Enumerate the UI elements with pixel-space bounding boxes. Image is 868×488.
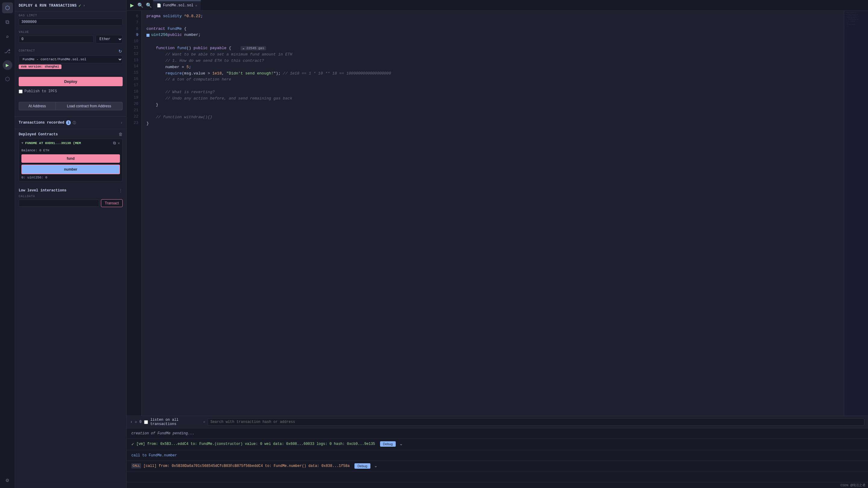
low-level-title: Low level interactions [19, 188, 66, 193]
close-instance-icon[interactable]: ✕ [118, 141, 120, 146]
file-tab-icon: 📄 [157, 3, 161, 8]
publish-ipfs-checkbox[interactable] [19, 90, 23, 93]
console-search-icon: ⌕ [203, 420, 205, 424]
line-num-15: 15 [127, 70, 141, 76]
code-editor[interactable]: pragma solidity ^0.8.22; contract FundMe… [142, 11, 844, 416]
line-num-8: 8 [127, 26, 141, 32]
line-num-7: 7 [127, 20, 141, 26]
file-tab-name: FundMe.sol.sol [163, 3, 193, 7]
transactions-info-icon[interactable]: ⓘ [73, 121, 76, 125]
close-tab-icon[interactable]: ✕ [195, 4, 197, 7]
call-detail-text: [call] from: 0x5B38Da6a701c568545dCfcB03… [144, 463, 350, 469]
line-num-19: 19 [127, 95, 141, 101]
low-level-interactions-section: Low level interactions ⋮ CALLDATA Transa… [15, 186, 126, 210]
deploy-button[interactable]: Deploy [19, 77, 123, 86]
contract-instance-header: ▼ FUNDME AT 0XD91...39138 (MEM ⧉ ✕ [19, 139, 122, 147]
settings-icon[interactable]: ⚙ [2, 475, 13, 486]
zoom-in-button[interactable]: 🔍 [136, 1, 145, 10]
line-num-22: 22 [127, 114, 141, 120]
clear-contracts-icon[interactable]: 🗑 [119, 132, 123, 137]
debug-button-1[interactable]: Debug [380, 441, 396, 447]
console-stop-icon[interactable]: ⊘ [135, 420, 137, 424]
line-numbers: 6 7 8 9 10 11 12 13 14 15 16 17 18 19 20… [127, 11, 142, 416]
files-icon[interactable]: ⧉ [2, 17, 13, 28]
console-search-input[interactable] [208, 418, 864, 426]
activity-bar: ⬡ ⧉ ⌕ ⎇ ▶ ⬡ ⚙ [0, 0, 15, 488]
git-icon[interactable]: ⎇ [2, 46, 13, 57]
line-num-16: 16 [127, 76, 141, 82]
divider-2 [15, 129, 126, 129]
deploy-run-title: DEPLOY & RUN TRANSACTIONS [19, 4, 77, 8]
publish-ipfs-row: Publish to IPFS [19, 89, 123, 93]
contract-section: CONTRACT ↻ FundMe - contract/FundMe.sol.… [15, 46, 126, 73]
check-icon: ✓ [79, 3, 82, 8]
console-area: ⬇ ⊘ 0 listen on all transactions ⌕ creat… [127, 416, 868, 482]
transactions-count-badge: 1 [66, 120, 71, 125]
console-log-success: ✓ [vm] from: 0x5B3...eddC4 to: FundMe.(c… [127, 439, 868, 450]
low-level-info-icon[interactable]: ⋮ [119, 188, 123, 193]
call-detail-row: CALL [call] from: 0x5B38Da6a701c568545dC… [131, 463, 863, 469]
number-function-button[interactable]: number [22, 164, 120, 174]
success-check-icon: ✓ [131, 441, 134, 448]
file-tab-fundme[interactable]: 📄 FundMe.sol.sol ✕ [153, 1, 201, 10]
low-level-header: Low level interactions ⋮ [19, 188, 123, 193]
at-address-button[interactable]: At Address [19, 102, 56, 110]
address-buttons: At Address Load contract from Address [19, 102, 123, 110]
fund-function-button[interactable]: fund [22, 154, 120, 163]
publish-ipfs-label: Publish to IPFS [24, 89, 57, 93]
attribution-text: CSDN @纯洁之者 [840, 483, 866, 487]
calldata-input[interactable] [19, 200, 99, 207]
plugin-icon[interactable]: ⬡ [2, 73, 13, 84]
copy-address-icon[interactable]: ⧉ [113, 141, 116, 146]
instance-chevron-icon[interactable]: ▼ [22, 141, 24, 145]
value-input[interactable]: 0 [19, 36, 94, 43]
console-log-pending: creation of FundMe pending... [127, 428, 868, 439]
transact-button[interactable]: Transact [101, 199, 123, 207]
sidebar: DEPLOY & RUN TRANSACTIONS ✓ › GAS LIMIT … [15, 0, 127, 488]
main-area: ▶ 🔍 🔍 📄 FundMe.sol.sol ✕ 6 7 8 9 10 11 1… [127, 0, 868, 488]
value-label: VALUE [19, 30, 123, 34]
evm-version-badge: evm version: shanghai [19, 64, 61, 69]
line-num-11: 11 [127, 44, 141, 51]
transactions-recorded-label: Transactions recorded [19, 121, 64, 125]
expand-log-2-button[interactable]: ⌄ [374, 463, 378, 468]
at-address-section: At Address Load contract from Address [15, 97, 126, 115]
bottom-bar: CSDN @纯洁之者 [127, 482, 868, 488]
line-num-21: 21 [127, 107, 141, 114]
listen-all-checkbox[interactable] [144, 420, 148, 424]
debug-button-2[interactable]: Debug [354, 463, 370, 469]
success-log-row: ✓ [vm] from: 0x5B3...eddC4 to: FundMe.(c… [131, 441, 863, 448]
deploy-icon[interactable]: ▶ [3, 60, 12, 70]
remix-logo-icon[interactable]: ⬡ [2, 2, 13, 13]
call-tag: CALL [131, 463, 141, 468]
line-num-18: 18 [127, 89, 141, 95]
contract-balance: Balance: 0 ETH [19, 147, 122, 153]
value-section: VALUE 0 Wei Gwei Finney Ether [15, 28, 126, 46]
value-unit-select[interactable]: Wei Gwei Finney Ether [96, 35, 123, 43]
load-contract-button[interactable]: Load contract from Address [56, 102, 123, 110]
gas-limit-label: GAS LIMIT [19, 14, 123, 17]
arrow-icon: › [83, 4, 85, 8]
deployed-header: Deployed Contracts 🗑 [19, 132, 123, 137]
transactions-recorded-section[interactable]: Transactions recorded 1 ⓘ › [15, 118, 126, 127]
tab-bar: ▶ 🔍 🔍 📄 FundMe.sol.sol ✕ [127, 0, 868, 11]
console-expand-icon[interactable]: ⬇ [130, 420, 132, 424]
refresh-contract-button[interactable]: ↻ [118, 48, 123, 54]
run-button[interactable]: ▶ [129, 0, 135, 10]
gas-limit-section: GAS LIMIT 3000000 [15, 11, 126, 28]
contract-instance: ▼ FUNDME AT 0XD91...39138 (MEM ⧉ ✕ Balan… [19, 139, 123, 181]
search-icon[interactable]: ⌕ [2, 31, 13, 42]
contract-select[interactable]: FundMe - contract/FundMe.sol.sol [19, 56, 123, 63]
line-num-23: 23 [127, 120, 141, 126]
minimap: pragma solidity contract FundMe { uint25… [844, 11, 868, 416]
divider-1 [15, 116, 126, 117]
console-log-call-info: call to FundMe.number [127, 450, 868, 461]
transactions-expand-icon[interactable]: › [120, 121, 123, 125]
sidebar-title-text: DEPLOY & RUN TRANSACTIONS ✓ › [19, 3, 85, 8]
line-num-13: 13 [127, 57, 141, 64]
line-num-20: 20 [127, 101, 141, 107]
expand-log-1-button[interactable]: ⌄ [399, 441, 403, 446]
number-function-output: 0: uint256: 0 [19, 175, 122, 181]
gas-limit-input[interactable]: 3000000 [19, 19, 123, 26]
zoom-out-button[interactable]: 🔍 [145, 1, 153, 10]
